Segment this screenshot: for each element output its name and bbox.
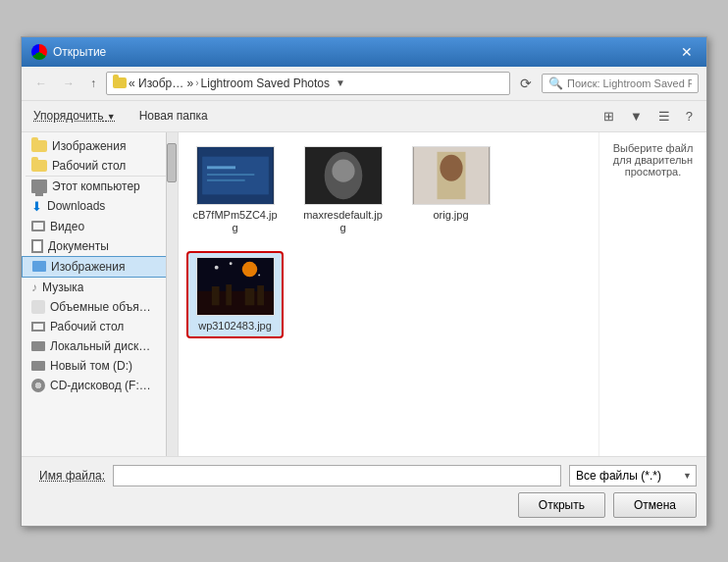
file-name: wp3102483.jpg [198, 320, 272, 332]
forward-button[interactable]: → [57, 73, 80, 94]
navigation-toolbar: ← → ↑ « Изобр… » › Lightroom Saved Photo… [22, 67, 706, 101]
breadcrumb-bar[interactable]: « Изобр… » › Lightroom Saved Photos ▼ [106, 72, 510, 95]
sidebar-item-cdrom[interactable]: CD-дисковод (F:… [22, 376, 178, 395]
filename-row: Имя файла: Все файлы (*.*) [31, 465, 697, 486]
sidebar-item-video[interactable]: Видео [22, 217, 178, 236]
grid-icon: ⊞ [603, 109, 614, 124]
sidebar-item-label: Рабочий стол [52, 159, 126, 173]
buttons-row: Открыть Отмена [31, 492, 697, 518]
file-thumbnail [412, 146, 491, 205]
computer-icon [31, 179, 47, 193]
file-item-file2[interactable]: maxresdefault.jp g [296, 142, 390, 238]
breadcrumb-arrow: › [195, 77, 198, 88]
svg-point-7 [332, 159, 354, 181]
files-grid: cB7fMPm5ZC4.jp g maxresdefault.jp g orig… [188, 142, 589, 337]
desktop-icon [31, 322, 45, 332]
file-name: cB7fMPm5ZC4.jp g [192, 209, 278, 234]
svg-point-13 [241, 262, 256, 277]
file-name: maxresdefault.jp g [300, 209, 386, 234]
file-item-file3[interactable]: orig.jpg [404, 142, 497, 238]
video-icon [31, 221, 45, 231]
cancel-button[interactable]: Отмена [613, 492, 697, 518]
chrome-icon [31, 44, 47, 60]
view-dropdown-button[interactable]: ▼ [624, 105, 649, 128]
help-button[interactable]: ? [680, 105, 699, 128]
breadcrumb-prefix: « Изобр… » [129, 77, 193, 90]
svg-point-19 [229, 262, 232, 265]
svg-rect-4 [207, 179, 245, 180]
breadcrumb-dropdown-button[interactable]: ▼ [334, 77, 347, 88]
sidebar-item-label: Видео [50, 220, 84, 233]
sidebar-scrollbar[interactable] [166, 132, 178, 456]
sidebar-item-label: Новый том (D:) [50, 359, 132, 373]
sidebar-item-new-volume-d[interactable]: Новый том (D:) [22, 356, 178, 376]
sidebar-item-music[interactable]: ♪Музыка [22, 278, 178, 297]
svg-rect-15 [226, 284, 232, 305]
svg-rect-16 [244, 288, 254, 305]
sidebar-item-images[interactable]: Изображения [22, 256, 178, 278]
filename-label: Имя файла: [31, 469, 105, 483]
sidebar-item-images-top[interactable]: Изображения [22, 136, 178, 156]
organize-button[interactable]: Упорядочить ▼ [29, 107, 120, 125]
sidebar: ИзображенияРабочий столЭтот компьютер⬇Do… [22, 132, 179, 456]
sidebar-item-local-disk-c[interactable]: Локальный диск… [22, 336, 178, 356]
title-bar-left: Открытие [31, 44, 106, 60]
svg-point-18 [214, 266, 218, 270]
breadcrumb-folder-icon [113, 77, 127, 88]
secondary-toolbar: Упорядочить ▼ Новая папка ⊞ ▼ ☰ ? [22, 101, 706, 132]
scrollbar-thumb[interactable] [167, 143, 177, 182]
sidebar-item-label: Этот компьютер [52, 179, 140, 193]
sidebar-item-label: Изображения [52, 139, 126, 153]
thumbnail-svg [197, 147, 274, 204]
file-name: orig.jpg [433, 209, 468, 222]
open-button[interactable]: Открыть [518, 492, 605, 518]
file-item-file4[interactable]: wp3102483.jpg [188, 253, 282, 336]
view-list-button[interactable]: ☰ [652, 105, 676, 128]
music-icon: ♪ [31, 281, 37, 294]
search-input[interactable] [567, 77, 692, 89]
thumbnail-svg [305, 147, 382, 204]
sidebar-item-label: Изображения [51, 260, 125, 274]
close-button[interactable]: ✕ [677, 43, 697, 61]
sidebar-item-desktop[interactable]: Рабочий стол [22, 317, 178, 336]
search-icon: 🔍 [548, 77, 563, 90]
filename-input[interactable] [113, 465, 561, 486]
content-area: ИзображенияРабочий столЭтот компьютер⬇Do… [22, 132, 706, 456]
folder-icon [31, 160, 47, 172]
sidebar-item-computer[interactable]: Этот компьютер [22, 177, 178, 196]
images-icon [32, 261, 46, 272]
sidebar-item-objects[interactable]: Объемные объя… [22, 297, 178, 317]
file-thumbnail [196, 257, 275, 316]
sidebar-item-label: Локальный диск… [50, 339, 150, 353]
organize-chevron-icon: ▼ [107, 112, 116, 122]
breadcrumb-folder: Lightroom Saved Photos [201, 77, 330, 90]
svg-rect-3 [207, 174, 254, 176]
sidebar-item-label: Downloads [47, 199, 105, 213]
sidebar-item-desktop-top[interactable]: Рабочий стол [22, 156, 178, 176]
new-folder-button[interactable]: Новая папка [131, 107, 216, 125]
sidebar-item-label: CD-дисковод (F:… [50, 379, 151, 392]
file-item-file1[interactable]: cB7fMPm5ZC4.jp g [188, 142, 282, 238]
svg-point-20 [258, 274, 260, 276]
bottom-area: Имя файла: Все файлы (*.*) Открыть Отмен… [22, 456, 706, 526]
search-bar: 🔍 [542, 74, 699, 93]
secondary-right: ⊞ ▼ ☰ ? [598, 105, 699, 128]
sidebar-item-label: Музыка [42, 281, 83, 294]
drive-icon [31, 361, 45, 371]
sidebar-items-container: ИзображенияРабочий столЭтот компьютер⬇Do… [22, 136, 178, 395]
dialog-title: Открытие [53, 45, 106, 59]
folder-icon [31, 140, 47, 152]
sidebar-item-downloads[interactable]: ⬇Downloads [22, 196, 178, 217]
up-button[interactable]: ↑ [84, 73, 102, 94]
back-button[interactable]: ← [29, 73, 53, 94]
svg-point-10 [440, 154, 462, 180]
filetype-select[interactable]: Все файлы (*.*) [569, 465, 697, 486]
refresh-button[interactable]: ⟳ [514, 72, 538, 95]
secondary-left: Упорядочить ▼ Новая папка [29, 107, 216, 125]
breadcrumb-path: « Изобр… » › Lightroom Saved Photos [113, 77, 330, 90]
sidebar-item-documents[interactable]: Документы [22, 236, 178, 256]
download-icon: ⬇ [31, 199, 42, 214]
view-grid-button[interactable]: ⊞ [598, 105, 620, 128]
docs-icon [31, 239, 43, 253]
title-bar: Открытие ✕ [22, 37, 706, 67]
